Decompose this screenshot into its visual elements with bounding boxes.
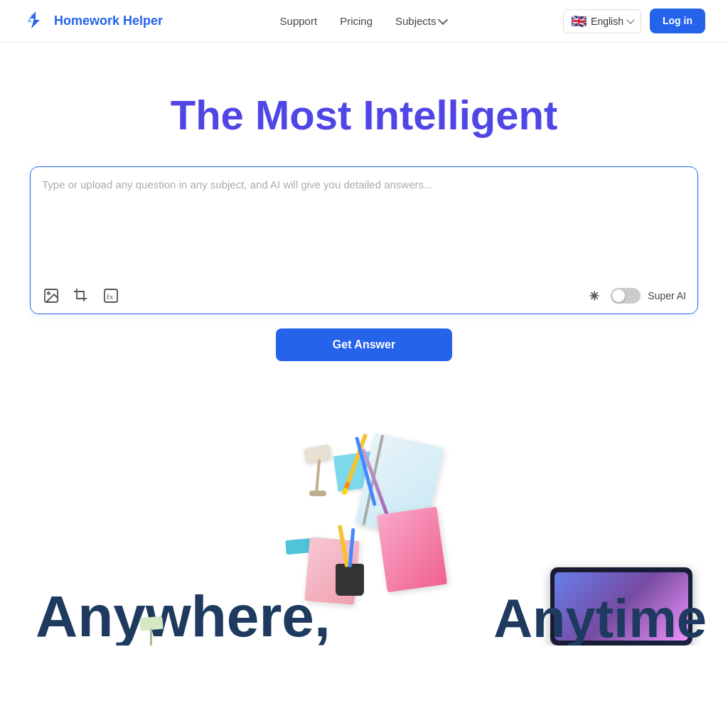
formula-icon[interactable]: fx bbox=[102, 287, 120, 305]
svg-text:fx: fx bbox=[107, 292, 114, 301]
pink-notebook-icon bbox=[377, 506, 447, 592]
svg-point-8 bbox=[593, 294, 596, 297]
toolbar-right: Super AI bbox=[585, 287, 686, 305]
get-answer-section: Get Answer bbox=[0, 328, 728, 361]
toolbar: fx Sup bbox=[42, 287, 686, 305]
support-link[interactable]: Support bbox=[280, 15, 318, 27]
input-section: fx Sup bbox=[16, 166, 712, 314]
language-selector[interactable]: 🇬🇧 English bbox=[563, 9, 641, 33]
stationery-illustration bbox=[250, 432, 478, 617]
question-box: fx Sup bbox=[30, 166, 698, 314]
lamp-stand bbox=[315, 459, 321, 495]
subjects-label: Subjects bbox=[395, 15, 437, 27]
logo-text: Homework Helper bbox=[54, 14, 163, 28]
login-button[interactable]: Log in bbox=[650, 9, 705, 33]
subjects-dropdown[interactable]: Subjects bbox=[395, 15, 446, 27]
toggle-knob bbox=[612, 289, 625, 302]
crop-icon[interactable] bbox=[72, 287, 90, 305]
super-ai-label: Super AI bbox=[648, 290, 686, 301]
chevron-down-icon bbox=[626, 16, 634, 23]
anytime-text: Anytime bbox=[493, 592, 707, 646]
pricing-link[interactable]: Pricing bbox=[340, 15, 373, 27]
logo-link[interactable]: Homework Helper bbox=[23, 9, 163, 34]
logo-icon bbox=[23, 9, 48, 34]
lamp-base bbox=[309, 491, 326, 496]
desk-lamp-icon bbox=[307, 446, 328, 496]
chevron-down-icon bbox=[437, 15, 447, 25]
magic-wand-icon[interactable] bbox=[585, 287, 604, 305]
lamp2-stand bbox=[150, 628, 152, 646]
hero-section: The Most Intelligent bbox=[0, 43, 728, 166]
get-answer-button[interactable]: Get Answer bbox=[276, 328, 452, 361]
pencil-cup-icon bbox=[336, 564, 364, 596]
flag-icon: 🇬🇧 bbox=[571, 14, 587, 29]
nav-center: Support Pricing Subjects bbox=[280, 15, 446, 27]
navbar: Homework Helper Support Pricing Subjects… bbox=[0, 0, 728, 43]
toolbar-left: fx bbox=[42, 287, 120, 305]
svg-point-1 bbox=[48, 292, 50, 294]
question-input[interactable] bbox=[42, 178, 686, 278]
bottom-section: Anywhere, Anytime bbox=[0, 390, 728, 646]
hero-title: The Most Intelligent bbox=[14, 92, 714, 138]
navbar-right: 🇬🇧 English Log in bbox=[563, 9, 705, 33]
super-ai-toggle[interactable] bbox=[611, 288, 641, 304]
language-label: English bbox=[591, 16, 623, 27]
image-upload-icon[interactable] bbox=[42, 287, 60, 305]
